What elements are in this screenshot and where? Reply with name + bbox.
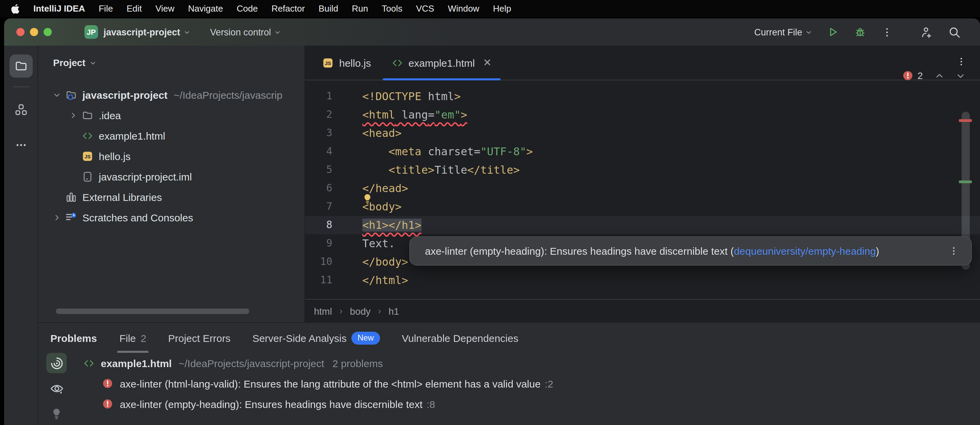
- line-number[interactable]: 11: [305, 271, 332, 290]
- editor-tab-hello-js[interactable]: JS hello.js: [312, 46, 381, 80]
- tree-item-scratches-and-consoles[interactable]: Scratches and Consoles: [38, 207, 304, 228]
- run-icon[interactable]: [827, 26, 839, 38]
- line-number[interactable]: 8: [305, 216, 332, 234]
- close-tab-icon[interactable]: ✕: [483, 57, 492, 69]
- tree-item-idea[interactable]: .idea: [38, 105, 304, 125]
- add-user-icon[interactable]: [920, 25, 933, 38]
- code-line-1[interactable]: 1 <!DOCTYPE html>: [305, 87, 980, 105]
- project-folder-icon[interactable]: [9, 54, 32, 78]
- chevron-down-icon[interactable]: [956, 71, 965, 80]
- preview-eye-icon[interactable]: [46, 378, 67, 398]
- quickfix-bulb-icon[interactable]: [46, 403, 67, 423]
- libraries-icon: [64, 191, 78, 203]
- screen: IntelliJ IDEAFileEditViewNavigateCodeRef…: [0, 0, 980, 425]
- more-vertical-icon[interactable]: [956, 56, 980, 69]
- html-file-icon: [391, 57, 403, 68]
- code-line-11[interactable]: 11 </html>: [305, 271, 980, 290]
- code-line-5[interactable]: 5 <title>Title</title>: [305, 161, 980, 179]
- project-panel-header[interactable]: Project: [53, 57, 304, 68]
- tree-item-example1-html[interactable]: example1.html: [38, 125, 304, 146]
- line-number[interactable]: 1: [305, 87, 332, 105]
- menu-items: IntelliJ IDEAFileEditViewNavigateCodeRef…: [22, 3, 511, 14]
- code-text: <!DOCTYPE html>: [362, 87, 461, 105]
- tree-item-javascript-project[interactable]: javascript-project ~/IdeaProjects/javasc…: [38, 84, 304, 105]
- tab-count: 2: [141, 332, 146, 344]
- error-stripe-mark[interactable]: [959, 119, 972, 122]
- window-controls: [16, 28, 52, 36]
- menu-run[interactable]: Run: [352, 3, 368, 14]
- chevron-right-icon[interactable]: [65, 111, 80, 119]
- vcs-widget[interactable]: Version control: [210, 27, 271, 37]
- ok-stripe-mark[interactable]: [959, 180, 972, 183]
- tree-item-javascript-project-iml[interactable]: javascript-project.iml: [38, 166, 304, 186]
- problems-tab-server-side-analysis[interactable]: Server-Side Analysis New: [250, 323, 382, 353]
- line-number[interactable]: 10: [305, 253, 332, 271]
- problems-tab-file[interactable]: File 2: [118, 323, 148, 353]
- breadcrumb-h1[interactable]: h1: [388, 306, 399, 316]
- more-icon[interactable]: [881, 26, 893, 38]
- menu-view[interactable]: View: [155, 3, 174, 14]
- editor-tab-example1-html[interactable]: example1.html ✕: [381, 46, 501, 80]
- menu-vcs[interactable]: VCS: [416, 3, 434, 14]
- menu-intellij-idea[interactable]: IntelliJ IDEA: [33, 3, 85, 14]
- more-vertical-icon[interactable]: [946, 243, 962, 259]
- problems-tab-vulnerable-dependencies[interactable]: Vulnerable Dependencies: [400, 323, 520, 353]
- close-window-button[interactable]: [16, 28, 24, 36]
- line-number[interactable]: 7: [305, 197, 332, 216]
- problems-file-row[interactable]: example1.html ~/IdeaProjects/javascript-…: [75, 353, 980, 373]
- problem-location[interactable]: :8: [427, 398, 435, 410]
- line-number[interactable]: 3: [305, 124, 332, 142]
- error-icon: [902, 70, 913, 81]
- problem-item[interactable]: axe-linter (empty-heading): Ensures head…: [75, 394, 980, 414]
- apple-icon[interactable]: [11, 3, 20, 14]
- problem-location[interactable]: :2: [545, 378, 553, 389]
- menu-file[interactable]: File: [99, 3, 113, 14]
- debug-icon[interactable]: [854, 26, 866, 38]
- chevron-up-icon[interactable]: [935, 71, 944, 80]
- chevron-down-icon: [806, 29, 812, 35]
- menu-navigate[interactable]: Navigate: [188, 3, 223, 14]
- horizontal-scrollbar[interactable]: [56, 309, 249, 314]
- menu-code[interactable]: Code: [237, 3, 258, 14]
- chevron-right-icon[interactable]: [49, 213, 64, 221]
- problem-item[interactable]: axe-linter (html-lang-valid): Ensures th…: [75, 373, 980, 394]
- code-editor[interactable]: 1 <!DOCTYPE html> 2 <html lang="em"> 3 <…: [305, 80, 980, 299]
- code-line-6[interactable]: 6 </head>: [305, 179, 980, 197]
- menu-window[interactable]: Window: [448, 3, 479, 14]
- tree-item-hello-js[interactable]: JS hello.js: [38, 146, 304, 166]
- line-number[interactable]: 2: [305, 105, 332, 124]
- code-line-8[interactable]: 8 <h1></h1>: [305, 216, 980, 234]
- search-icon[interactable]: [948, 25, 961, 38]
- axe-linter-icon[interactable]: [46, 353, 67, 373]
- project-selector[interactable]: javascript-project: [103, 27, 180, 37]
- problems-tab-project-errors[interactable]: Project Errors: [166, 323, 232, 353]
- line-number[interactable]: 9: [305, 234, 332, 253]
- project-avatar[interactable]: JP: [84, 25, 98, 39]
- minimize-window-button[interactable]: [30, 28, 38, 36]
- code-line-2[interactable]: 2 <html lang="em">: [305, 105, 980, 124]
- line-number[interactable]: 5: [305, 161, 332, 179]
- run-configuration-selector[interactable]: Current File: [754, 27, 802, 37]
- breadcrumb-body[interactable]: body: [350, 306, 371, 316]
- structure-icon[interactable]: [9, 98, 32, 121]
- chevron-down-icon[interactable]: [49, 91, 64, 99]
- menu-edit[interactable]: Edit: [127, 3, 142, 14]
- code-line-3[interactable]: 3 <head>: [305, 124, 980, 142]
- inspection-widget[interactable]: 2: [902, 70, 965, 81]
- breadcrumb-html[interactable]: html: [314, 306, 332, 316]
- tree-item-external-libraries[interactable]: External Libraries: [38, 186, 304, 207]
- chevron-down-icon: [90, 60, 96, 66]
- more-horizontal-icon[interactable]: [14, 139, 27, 154]
- code-line-7[interactable]: 7 <body>: [305, 197, 980, 216]
- menu-help[interactable]: Help: [493, 3, 511, 14]
- code-text: <head>: [362, 124, 402, 142]
- menu-tools[interactable]: Tools: [382, 3, 402, 14]
- zoom-window-button[interactable]: [44, 28, 52, 36]
- menu-build[interactable]: Build: [318, 3, 338, 14]
- line-number[interactable]: 6: [305, 179, 332, 197]
- intention-bulb-icon[interactable]: [362, 191, 372, 210]
- tooltip-link[interactable]: dequeuniversity/empty-heading: [734, 245, 876, 257]
- menu-refactor[interactable]: Refactor: [271, 3, 305, 14]
- code-line-4[interactable]: 4 <meta charset="UTF-8">: [305, 142, 980, 161]
- line-number[interactable]: 4: [305, 142, 332, 161]
